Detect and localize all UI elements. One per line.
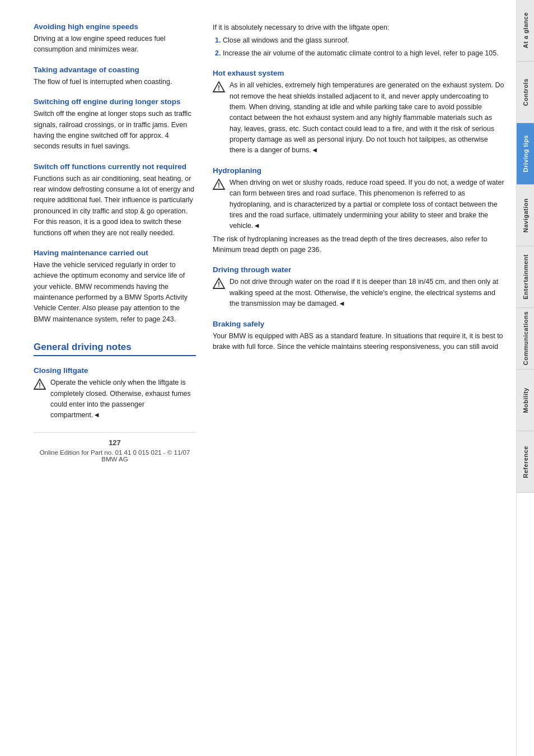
text-avoiding-high-engine-speeds: Driving at a low engine speed reduces fu…: [34, 34, 196, 55]
heading-avoiding-high-engine-speeds: Avoiding high engine speeds: [34, 22, 196, 31]
page-footer: 127 Online Edition for Part no. 01 41 0 …: [34, 432, 196, 474]
sidebar-tab-at-a-glance[interactable]: At a glance: [517, 0, 534, 62]
heading-closing-liftgate: Closing liftgate: [34, 366, 196, 375]
text-switching-off-engine: Switch off the engine at longer stops su…: [34, 109, 196, 152]
sidebar-tab-mobility[interactable]: Mobility: [517, 370, 534, 431]
warning-driving-water: ! Do not drive through water on the road…: [213, 277, 505, 309]
svg-text:!: !: [218, 281, 220, 288]
heading-switching-off-engine: Switching off engine during longer stops: [34, 97, 196, 106]
sidebar-label-controls: Controls: [522, 78, 529, 106]
text-taking-advantage-coasting: The flow of fuel is interrupted when coa…: [34, 77, 196, 87]
heading-taking-advantage-coasting: Taking advantage of coasting: [34, 66, 196, 74]
general-section-title: General driving notes: [34, 342, 196, 356]
left-column: Avoiding high engine speeds Driving at a…: [34, 22, 196, 734]
sidebar-tab-entertainment[interactable]: Entertainment: [517, 246, 534, 308]
main-content: Avoiding high engine speeds Driving at a…: [0, 0, 516, 756]
svg-text:!: !: [218, 181, 220, 189]
warning-icon-water: !: [213, 277, 225, 290]
liftgate-step-1: Close all windows and the glass sunroof.: [223, 35, 505, 46]
liftgate-step-2: Increase the air volume of the automatic…: [223, 48, 505, 59]
text-hydroplaning-warning: When driving on wet or slushy roads, red…: [229, 178, 505, 232]
sidebar-tab-reference[interactable]: Reference: [517, 431, 534, 493]
sidebar-tab-communications[interactable]: Communications: [517, 308, 534, 370]
sidebar-tab-driving-tips[interactable]: Driving tips: [517, 123, 534, 185]
warning-icon-hydroplaning: !: [213, 178, 225, 190]
heading-maintenance: Having maintenance carried out: [34, 249, 196, 257]
liftgate-intro: If it is absolutely necessary to drive w…: [213, 22, 505, 33]
heading-switch-off-functions: Switch off functions currently not requi…: [34, 162, 196, 171]
sidebar-label-reference: Reference: [522, 446, 529, 478]
heading-braking-safely: Braking safely: [213, 320, 505, 328]
text-closing-liftgate: Operate the vehicle only when the liftga…: [50, 377, 196, 421]
text-hydroplaning-extra: The risk of hydroplaning increases as th…: [213, 234, 505, 256]
sidebar-tab-controls[interactable]: Controls: [517, 62, 534, 123]
footer-copyright: Online Edition for Part no. 01 41 0 015 …: [40, 449, 190, 463]
heading-driving-through-water: Driving through water: [213, 265, 505, 274]
sidebar-label-driving-tips: Driving tips: [522, 135, 529, 172]
sidebar-label-at-a-glance: At a glance: [522, 12, 529, 48]
sidebar-label-navigation: Navigation: [522, 198, 529, 232]
warning-closing-liftgate: ! Operate the vehicle only when the lift…: [34, 377, 196, 421]
sidebar-label-entertainment: Entertainment: [522, 254, 529, 299]
text-maintenance: Have the vehicle serviced regularly in o…: [34, 260, 196, 325]
warning-hydroplaning: ! When driving on wet or slushy roads, r…: [213, 178, 505, 232]
svg-text:!: !: [218, 84, 220, 92]
right-column: If it is absolutely necessary to drive w…: [213, 22, 505, 734]
page-number: 127: [34, 438, 196, 447]
warning-icon-liftgate: !: [34, 378, 46, 390]
liftgate-steps: Close all windows and the glass sunroof.…: [223, 35, 505, 59]
svg-text:!: !: [39, 381, 41, 389]
text-braking-safely: Your BMW is equipped with ABS as a stand…: [213, 331, 505, 353]
sidebar-tab-navigation[interactable]: Navigation: [517, 185, 534, 246]
text-driving-water: Do not drive through water on the road i…: [229, 277, 505, 309]
sidebar: At a glance Controls Driving tips Naviga…: [516, 0, 534, 756]
heading-hydroplaning: Hydroplaning: [213, 166, 505, 175]
sidebar-label-communications: Communications: [522, 311, 529, 365]
warning-icon-hot-exhaust: !: [213, 81, 225, 93]
warning-hot-exhaust: ! As in all vehicles, extremely high tem…: [213, 80, 505, 156]
page-container: Avoiding high engine speeds Driving at a…: [0, 0, 534, 756]
text-switch-off-functions: Functions such as air conditioning, seat…: [34, 174, 196, 239]
sidebar-label-mobility: Mobility: [522, 388, 529, 413]
heading-hot-exhaust: Hot exhaust system: [213, 69, 505, 77]
text-hot-exhaust: As in all vehicles, extremely high tempe…: [229, 80, 505, 156]
